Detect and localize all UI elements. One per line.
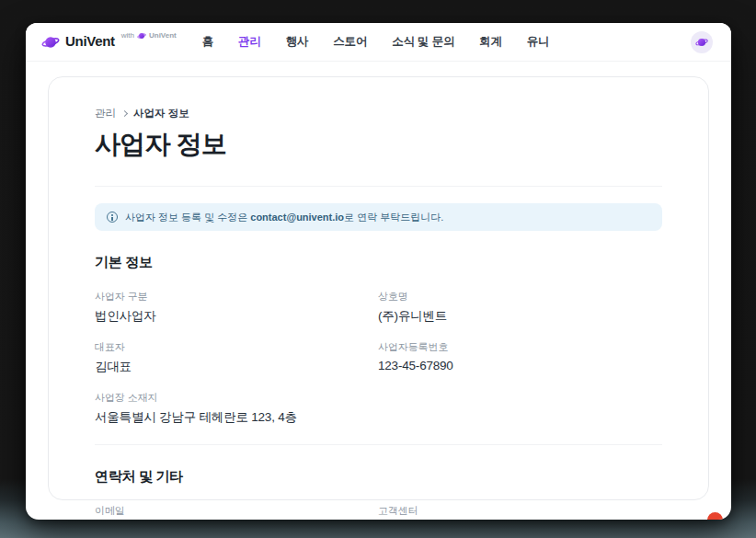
field-company-name: 상호명 (주)유니벤트 <box>378 286 662 328</box>
page-content: 관리 사업자 정보 사업자 정보 사업자 정보 등록 및 수정은 contact… <box>26 62 731 511</box>
with-brand-name: UniVent <box>149 31 177 40</box>
planet-avatar-icon <box>695 36 708 49</box>
field-label: 대표자 <box>95 340 378 354</box>
field-value: 서울특별시 강남구 테헤란로 123, 4층 <box>95 409 662 426</box>
univent-logo[interactable]: UniVent with UniVent <box>41 32 177 52</box>
profile-avatar-button[interactable] <box>691 31 713 53</box>
field-label: 고객센터 <box>378 504 662 518</box>
field-value: 법인사업자 <box>95 308 378 325</box>
info-text-suffix: 로 연락 부탁드립니다. <box>344 212 443 223</box>
field-business-reg-number: 사업자등록번호 123-45-67890 <box>378 337 662 379</box>
planet-logo-icon <box>41 33 60 52</box>
nav-item-manage[interactable]: 관리 <box>238 34 261 50</box>
contact-email: contact@univent.io <box>250 212 344 223</box>
chevron-right-icon <box>121 109 128 116</box>
breadcrumb: 관리 사업자 정보 <box>95 107 662 120</box>
field-email: 이메일 contact@univent.io <box>95 500 378 520</box>
field-label: 사업자 구분 <box>95 290 378 303</box>
nav-item-store[interactable]: 스토어 <box>333 34 367 50</box>
app-window: UniVent with UniVent 홈 관리 행사 스토어 소식 및 문의… <box>26 23 731 520</box>
planet-mini-icon <box>137 31 146 40</box>
info-text-prefix: 사업자 정보 등록 및 수정은 <box>125 212 250 223</box>
nav-item-home[interactable]: 홈 <box>202 34 213 50</box>
title-divider <box>95 186 662 187</box>
field-customer-center: 고객센터 02-1234-5678 <box>378 500 662 520</box>
field-value: (주)유니벤트 <box>378 308 662 325</box>
field-label: 사업장 소재지 <box>95 391 662 405</box>
top-navigation-bar: UniVent with UniVent 홈 관리 행사 스토어 소식 및 문의… <box>26 23 731 62</box>
info-icon <box>107 212 118 223</box>
section-title-contact: 연락처 및 기타 <box>95 468 662 486</box>
info-banner-text: 사업자 정보 등록 및 수정은 contact@univent.io로 연락 부… <box>125 211 443 224</box>
with-univent-tag: with UniVent <box>121 30 177 40</box>
chat-fab-notification-dot[interactable] <box>707 512 723 520</box>
with-label: with <box>121 31 134 40</box>
field-label: 상호명 <box>378 290 662 303</box>
field-label: 사업자등록번호 <box>378 340 662 354</box>
field-value: 123-45-67890 <box>378 359 662 372</box>
field-label: 이메일 <box>95 504 378 518</box>
breadcrumb-current: 사업자 정보 <box>133 107 189 120</box>
main-nav: 홈 관리 행사 스토어 소식 및 문의 회계 유니 <box>202 34 550 50</box>
field-business-type: 사업자 구분 법인사업자 <box>95 286 378 328</box>
nav-item-uni[interactable]: 유니 <box>527 34 550 50</box>
nav-item-news-inquiry[interactable]: 소식 및 문의 <box>392 34 454 50</box>
breadcrumb-root[interactable]: 관리 <box>95 107 116 120</box>
brand-name: UniVent <box>65 32 115 51</box>
section-divider <box>95 444 662 445</box>
field-business-address: 사업장 소재지 서울특별시 강남구 테헤란로 123, 4층 <box>95 387 662 429</box>
page-title: 사업자 정보 <box>95 127 662 162</box>
business-info-card: 관리 사업자 정보 사업자 정보 사업자 정보 등록 및 수정은 contact… <box>48 76 709 500</box>
nav-item-accounting[interactable]: 회계 <box>479 34 502 50</box>
nav-item-events[interactable]: 행사 <box>286 34 309 50</box>
contact-fields: 이메일 contact@univent.io 고객센터 02-1234-5678… <box>95 500 662 520</box>
field-ceo: 대표자 김대표 <box>95 337 378 379</box>
info-banner: 사업자 정보 등록 및 수정은 contact@univent.io로 연락 부… <box>95 203 662 231</box>
basic-info-fields: 사업자 구분 법인사업자 상호명 (주)유니벤트 대표자 김대표 사업자등록번호… <box>95 286 662 429</box>
section-title-basic-info: 기본 정보 <box>95 254 662 271</box>
field-value: 김대표 <box>95 359 378 375</box>
